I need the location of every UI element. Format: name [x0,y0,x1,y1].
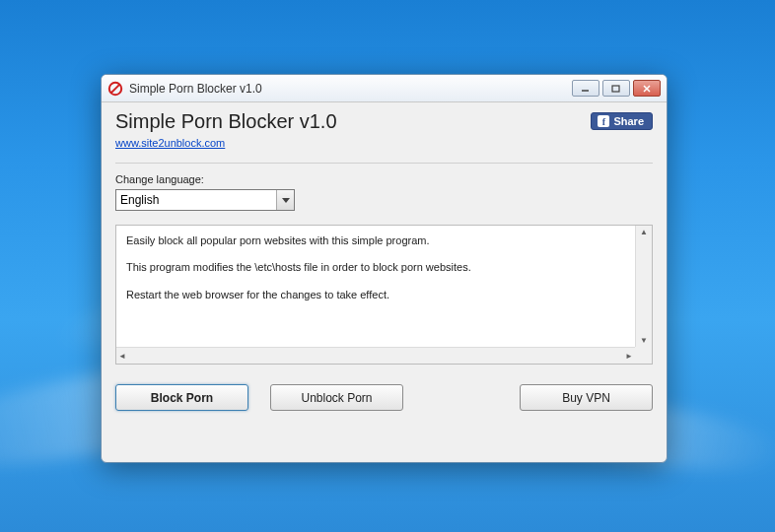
share-label: Share [613,115,644,127]
scroll-left-icon[interactable]: ◄ [118,352,126,361]
language-selected: English [120,193,159,207]
unblock-button[interactable]: Unblock Porn [270,384,403,411]
horizontal-scrollbar[interactable]: ◄ ► [116,347,635,364]
window-controls [572,80,661,97]
titlebar[interactable]: Simple Porn Blocker v1.0 [102,75,667,102]
info-line: Easily block all popular porn websites w… [126,233,642,248]
language-select[interactable]: English [115,189,295,211]
maximize-button[interactable] [602,80,630,97]
buy-vpn-button[interactable]: Buy VPN [520,384,653,411]
scroll-right-icon[interactable]: ► [625,352,633,361]
info-line: Restart the web browser for the changes … [126,288,642,302]
header-row: Simple Porn Blocker v1.0 www.site2unbloc… [115,108,653,151]
svg-line-1 [111,84,120,93]
minimize-button[interactable] [572,80,599,97]
block-button[interactable]: Block Porn [115,384,248,411]
language-label: Change language: [115,173,653,185]
info-line: This program modifies the \etc\hosts fil… [126,260,642,275]
scroll-down-icon[interactable]: ▼ [640,336,648,345]
app-icon [107,81,123,97]
svg-rect-3 [612,86,619,92]
scroll-up-icon[interactable]: ▲ [640,228,648,236]
info-content: Easily block all popular porn websites w… [116,226,652,364]
vertical-scrollbar[interactable]: ▲ ▼ [635,226,652,347]
facebook-icon: f [598,115,609,127]
divider [115,163,653,164]
app-title: Simple Porn Blocker v1.0 [115,110,337,133]
svg-marker-6 [282,198,290,203]
info-textbox: Easily block all popular porn websites w… [115,225,653,365]
button-row: Block Porn Unblock Porn Buy VPN [115,384,653,411]
scroll-corner [635,347,652,364]
spacer [425,384,498,411]
close-button[interactable] [633,80,661,97]
chevron-down-icon [276,190,294,210]
header-left: Simple Porn Blocker v1.0 www.site2unbloc… [115,108,337,151]
site-link[interactable]: www.site2unblock.com [115,137,225,149]
fb-share-button[interactable]: f Share [591,112,653,130]
app-window: Simple Porn Blocker v1.0 Simple Porn Blo… [101,74,668,463]
titlebar-text: Simple Porn Blocker v1.0 [129,82,572,96]
window-body: Simple Porn Blocker v1.0 www.site2unbloc… [102,102,667,462]
